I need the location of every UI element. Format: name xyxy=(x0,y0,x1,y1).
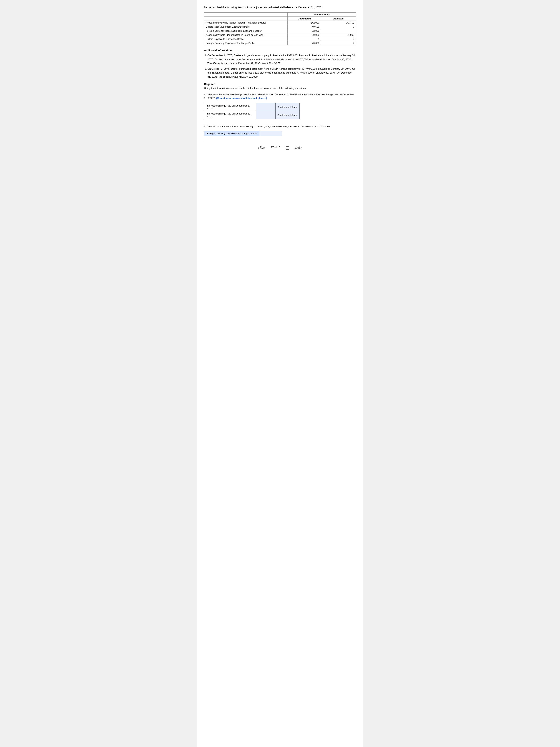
table-row: Foreign currency payable to exchange bro… xyxy=(204,131,282,136)
question-a-table: Indirect exchange rate on December 1, 20… xyxy=(204,103,300,119)
tb-desc: Dollars Payable to Exchange Broker xyxy=(204,37,288,41)
tb-adj-val: ? xyxy=(321,37,356,41)
tb-adj-val: ? xyxy=(321,41,356,45)
tb-desc-subheader xyxy=(204,17,288,21)
qa-unit: Australian dollars xyxy=(275,111,300,119)
prev-label: Prev xyxy=(260,146,265,149)
tb-desc: Foreign Currency Payable to Exchange Bro… xyxy=(204,41,288,45)
tb-group-header: Trial Balances xyxy=(288,12,356,17)
intro-text: Dexter Inc. had the following items in i… xyxy=(204,5,356,9)
qa-desc: Indirect exchange rate on December 1, 20… xyxy=(204,103,256,111)
tb-desc-header xyxy=(204,12,288,17)
tb-unadj-val: ? xyxy=(288,37,321,41)
page-current: 17 xyxy=(271,146,274,149)
tb-adj-val: 81,000 xyxy=(321,33,356,37)
tb-adj-val: ? xyxy=(321,25,356,29)
qa-input[interactable] xyxy=(258,114,273,117)
qb-input-cell[interactable] xyxy=(260,131,282,136)
additional-info-section: On December 1, 20X5, Dexter sold goods t… xyxy=(204,53,356,79)
page-of: of xyxy=(274,146,277,149)
next-chevron-icon: › xyxy=(301,146,302,149)
tb-unadj-val: 40,600 xyxy=(288,25,321,29)
required-text: Using the information contained in the t… xyxy=(204,86,356,90)
grid-view-icon[interactable] xyxy=(286,145,289,150)
required-label: Required: xyxy=(204,83,356,85)
navigation-bar: ‹ Prev 17 of 18 Next › xyxy=(204,142,356,153)
table-row: Indirect exchange rate on December 31, 2… xyxy=(204,111,300,119)
next-button[interactable]: Next › xyxy=(295,146,301,149)
prev-chevron-icon: ‹ xyxy=(258,146,259,149)
list-item: On December 1, 20X5, Dexter sold goods t… xyxy=(207,53,356,66)
table-row: Dollars Payable to Exchange Broker ? ? xyxy=(204,37,356,41)
qa-input-cell[interactable] xyxy=(256,111,275,119)
tb-unadj-val: 82,000 xyxy=(288,29,321,33)
page-indicator: 17 of 18 xyxy=(271,146,281,149)
qa-desc: Indirect exchange rate on December 31, 2… xyxy=(204,111,256,119)
trial-balance-table: Trial Balances Unadjusted Adjusted Accou… xyxy=(204,12,356,45)
additional-info-title: Additional Information xyxy=(204,49,356,52)
tb-unadj-val: $42,000 xyxy=(288,21,321,25)
tb-desc: Dollars Receivable from Exchange Broker xyxy=(204,25,288,29)
page-total: 18 xyxy=(277,146,281,149)
table-row: Accounts Receivable (denominated in Aust… xyxy=(204,21,356,25)
qa-input-cell[interactable] xyxy=(256,103,275,111)
tb-unadj-val: 40,600 xyxy=(288,41,321,45)
tb-desc: Accounts Payable (denominated in South K… xyxy=(204,33,288,37)
qb-input[interactable] xyxy=(262,132,279,135)
tb-desc: Accounts Receivable (denominated in Aust… xyxy=(204,21,288,25)
main-content: Dexter Inc. had the following items in i… xyxy=(197,0,363,747)
tb-desc: Foreign Currency Receivable from Exchang… xyxy=(204,29,288,33)
question-b-text: b. What is the balance in the account Fo… xyxy=(204,125,356,128)
table-row: Accounts Payable (denominated in South K… xyxy=(204,33,356,37)
qa-input[interactable] xyxy=(258,106,273,108)
qa-unit: Australian dollars xyxy=(275,103,300,111)
table-row: Dollars Receivable from Exchange Broker … xyxy=(204,25,356,29)
question-a-text: a. What was the indirect exchange rate f… xyxy=(204,93,356,100)
tb-adj-val: $41,700 xyxy=(321,21,356,25)
question-b-table: Foreign currency payable to exchange bro… xyxy=(204,131,282,136)
qb-label: Foreign currency payable to exchange bro… xyxy=(204,131,260,136)
tb-unadj-header: Unadjusted xyxy=(288,17,321,21)
tb-adj-val xyxy=(321,29,356,33)
table-row: Foreign Currency Receivable from Exchang… xyxy=(204,29,356,33)
list-item: On October 2, 20X5, Dexter purchased equ… xyxy=(207,67,356,79)
tb-adj-header: Adjusted xyxy=(321,17,356,21)
table-row: Foreign Currency Payable to Exchange Bro… xyxy=(204,41,356,45)
table-row: Indirect exchange rate on December 1, 20… xyxy=(204,103,300,111)
prev-button[interactable]: ‹ Prev xyxy=(258,146,265,149)
tb-unadj-val: 80,000 xyxy=(288,33,321,37)
next-label: Next xyxy=(295,146,300,149)
